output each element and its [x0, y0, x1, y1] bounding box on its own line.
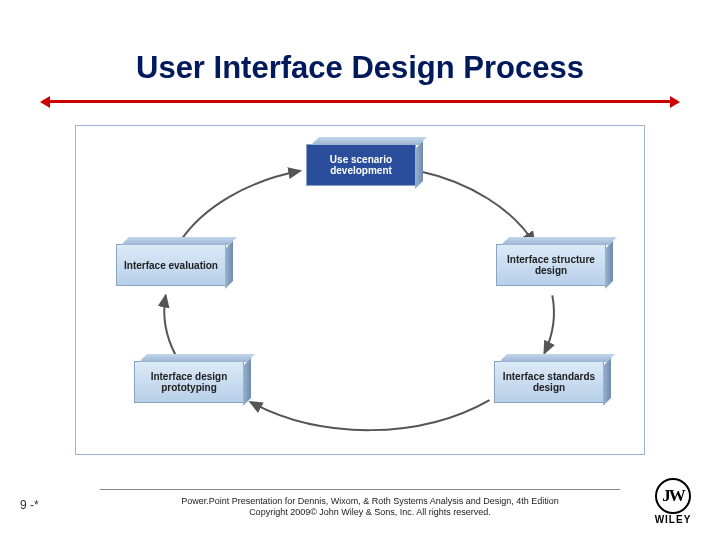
cycle-node-label: Interface structure design: [503, 254, 599, 276]
slide-title: User Interface Design Process: [0, 50, 720, 86]
copyright-line2: Copyright 2009© John Wiley & Sons, Inc. …: [160, 507, 580, 518]
cycle-node-use-scenario: Use scenario development: [306, 144, 416, 186]
page-number: 9 -*: [20, 498, 39, 512]
copyright-block: Power.Point Presentation for Dennis, Wix…: [160, 496, 580, 519]
footer-rule: [100, 489, 620, 490]
cycle-node-label: Interface evaluation: [124, 260, 218, 271]
cycle-node-design-prototyping: Interface design prototyping: [134, 361, 244, 403]
cycle-node-label: Interface standards design: [501, 371, 597, 393]
cycle-node-label: Interface design prototyping: [141, 371, 237, 393]
title-underline: [50, 100, 670, 103]
wiley-monogram-icon: JW: [655, 478, 691, 514]
publisher-name: WILEY: [650, 514, 696, 525]
cycle-node-standards-design: Interface standards design: [494, 361, 604, 403]
cycle-node-structure-design: Interface structure design: [496, 244, 606, 286]
copyright-line1: Power.Point Presentation for Dennis, Wix…: [160, 496, 580, 507]
process-cycle-diagram: Use scenario development Interface struc…: [75, 125, 645, 455]
cycle-node-label: Use scenario development: [313, 154, 409, 176]
publisher-logo: JW WILEY: [650, 478, 696, 524]
slide-title-area: User Interface Design Process: [0, 50, 720, 86]
cycle-node-evaluation: Interface evaluation: [116, 244, 226, 286]
